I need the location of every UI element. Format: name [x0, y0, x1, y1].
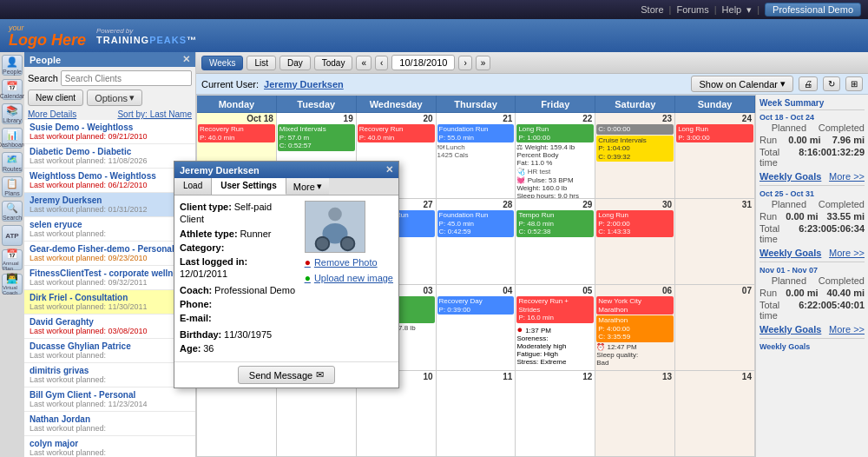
weekly-goals-2[interactable]: Weekly Goals [760, 248, 821, 258]
workout-recovery-run-2[interactable]: Recovery RunP: 40.0 min [358, 124, 435, 142]
workout-nyc-marathon[interactable]: New York CityMarathon [596, 296, 674, 315]
cal-cell-nov14[interactable]: 14 [675, 371, 755, 457]
workout-marathon[interactable]: MarathonP: 4:00:00C: 3:35:59 [596, 315, 674, 342]
day-header-saturday: Saturday [595, 96, 675, 113]
more-link-1[interactable]: More >> [829, 171, 865, 182]
cal-cell-oct31[interactable]: 31 [675, 199, 755, 285]
fast-back-button[interactable]: « [356, 56, 372, 70]
cal-cell-nov11[interactable]: 11 [437, 371, 516, 457]
new-client-button[interactable]: New client [28, 89, 83, 106]
client-list-item[interactable]: Susie Demo - WeightlossLast workout plan… [24, 120, 195, 144]
more-link-3[interactable]: More >> [829, 324, 865, 334]
forums-link[interactable]: Forums [676, 4, 708, 15]
client-list-item[interactable]: Gear-demo Fisher-demo - Personal ...Last… [24, 242, 195, 266]
client-list-item[interactable]: dimitris grivasLast workout planned: [24, 363, 195, 387]
modal-tab-user-settings[interactable]: User Settings [212, 178, 286, 195]
client-list-item[interactable]: selen eryuceLast workout planned: [24, 217, 195, 242]
options-button[interactable]: Options ▾ [87, 89, 142, 106]
sidebar-item-dashboard[interactable]: 📊 Dashboard [2, 128, 23, 149]
professional-demo-button[interactable]: Professional Demo [765, 3, 861, 17]
client-list-item[interactable]: Ducasse Ghylian PatriceLast workout plan… [24, 339, 195, 363]
remove-photo-button[interactable]: ● Remove Photo [305, 256, 393, 268]
client-list-item[interactable]: Nathan JordanLast workout planned: [24, 412, 195, 436]
workout-recovery-run-1[interactable]: Recovery RunP: 40.0 min [198, 124, 275, 142]
workout-long-run-2[interactable]: Long RunP: 3:00:00 [676, 124, 753, 142]
send-message-icon: ✉ [316, 369, 324, 381]
today-button[interactable]: Today [314, 56, 353, 70]
cal-cell-oct22[interactable]: 22 Long RunP: 1:00:00 ⚖ Weight: 159.4 lb… [516, 113, 595, 199]
weekly-goals-3[interactable]: Weekly Goals [760, 324, 821, 334]
cal-cell-oct28[interactable]: 28 Foundation RunP: 45.0 minC: 0:42:59 [437, 199, 516, 285]
workout-c-0[interactable]: C: 0:00:00 [596, 124, 674, 135]
workout-foundation-run-1[interactable]: Foundation RunP: 55.0 min [437, 124, 515, 142]
store-link[interactable]: Store [641, 4, 663, 15]
client-list-item[interactable]: Weightloss Demo - WeightlossLast workout… [24, 169, 195, 193]
weeks-button[interactable]: Weeks [201, 56, 243, 70]
workout-recovery-day[interactable]: Recovery DayP: 0:39:00 [437, 296, 515, 315]
client-list-item[interactable]: Diabetic Demo - DiabeticLast workout pla… [24, 144, 195, 169]
cal-cell-oct30[interactable]: 30 Long RunP: 2:00:00C: 1:43:33 [595, 199, 675, 285]
client-list-item[interactable]: colyn majorLast workout planned: [24, 436, 195, 457]
workout-mixed-intervals[interactable]: Mixed IntervalsP: 57.0 mC: 0:52:57 [278, 124, 355, 151]
sidebar-item-people[interactable]: 👤 People [2, 55, 23, 76]
weekly-goals-1[interactable]: Weekly Goals [760, 171, 821, 182]
workout-long-run-1[interactable]: Long RunP: 1:00:00 [516, 124, 594, 142]
send-message-button[interactable]: Send Message ✉ [238, 366, 335, 384]
more-link-2[interactable]: More >> [829, 248, 865, 258]
sidebar: 👤 People 📅 Calendar 📚 Library 📊 Dashboar… [0, 52, 196, 457]
fast-forward-button[interactable]: » [476, 56, 491, 70]
cal-cell-nov7[interactable]: 07 [675, 285, 755, 371]
modal-tab-load[interactable]: Load [174, 178, 212, 195]
cal-cell-nov12[interactable]: 12 [516, 371, 595, 457]
grid-view-button[interactable]: ⊞ [845, 76, 863, 91]
sidebar-item-library[interactable]: 📚 Library [2, 103, 23, 124]
cal-cell-oct23[interactable]: 23 C: 0:00:00 Cruise IntervalsP: 1:04:00… [595, 113, 675, 199]
workout-cruise-intervals[interactable]: Cruise IntervalsP: 1:04:00C: 0:39:32 [596, 136, 674, 162]
sidebar-item-annual-plan[interactable]: 📅 Annual Plan [2, 249, 23, 270]
client-list-item[interactable]: Bill Gym Client - PersonalLast workout p… [24, 387, 195, 412]
cal-cell-oct24[interactable]: 24 Long RunP: 3:00:00 [675, 113, 755, 199]
client-list: Susie Demo - WeightlossLast workout plan… [24, 120, 195, 457]
cal-cell-oct29[interactable]: 29 Tempo RunP: 48.0 minC: 0:52:38 [516, 199, 595, 285]
client-list-item[interactable]: Dirk Friel - ConsultationLast workout pl… [24, 290, 195, 315]
client-list-item[interactable]: Jeremy DuerksenLast workout planned: 01/… [24, 193, 195, 217]
date-display[interactable]: 10/18/2010 [391, 55, 455, 70]
modal-tab-more[interactable]: More ▾ [286, 178, 329, 195]
cal-cell-nov4[interactable]: 04 Recovery DayP: 0:39:00 [437, 285, 516, 371]
logo-main: Logo Here [9, 32, 86, 48]
client-list-item[interactable]: David GeraghtyLast workout planned: 03/0… [24, 315, 195, 339]
cal-cell-nov5[interactable]: 05 Recovery Run +StridesP: 16.0 min ● 1:… [516, 285, 595, 371]
sidebar-item-plans[interactable]: 📋 Plans [2, 176, 23, 197]
close-icon[interactable]: ✕ [182, 54, 190, 65]
svg-point-4 [340, 237, 354, 251]
modal-close-icon[interactable]: ✕ [385, 164, 393, 176]
search-input[interactable] [61, 70, 192, 86]
sort-by-link[interactable]: Sort by: Last Name [117, 109, 192, 119]
cal-cell-nov6[interactable]: 06 New York CityMarathon MarathonP: 4:00… [595, 285, 675, 371]
workout-tempo-run-1[interactable]: Tempo RunP: 48.0 minC: 0:52:38 [516, 210, 594, 237]
refresh-button[interactable]: ↻ [823, 76, 840, 91]
workout-long-run-3[interactable]: Long RunP: 2:00:00C: 1:43:33 [596, 210, 674, 237]
sidebar-item-calendar[interactable]: 📅 Calendar [2, 79, 23, 100]
client-list-item[interactable]: FitnessClientTest - corporate wellnessLa… [24, 266, 195, 290]
main-layout: 👤 People 📅 Calendar 📚 Library 📊 Dashboar… [0, 52, 868, 457]
help-dropdown-icon[interactable]: ▾ [746, 4, 752, 16]
workout-recovery-strides[interactable]: Recovery Run +StridesP: 16.0 min [516, 296, 594, 323]
upload-photo-button[interactable]: ● Upload new image [305, 272, 393, 284]
sidebar-item-routes[interactable]: 🗺️ Routes [2, 152, 23, 173]
workout-foundation-run-3[interactable]: Foundation RunP: 45.0 minC: 0:42:59 [437, 210, 515, 237]
forward-button[interactable]: › [458, 56, 471, 70]
help-link[interactable]: Help [722, 4, 742, 15]
day-button[interactable]: Day [279, 56, 311, 70]
back-button[interactable]: ‹ [375, 56, 388, 70]
more-details-link[interactable]: More Details [28, 109, 76, 119]
modal-footer: Send Message ✉ [174, 361, 398, 387]
sidebar-item-atp[interactable]: ATP [2, 225, 23, 246]
sidebar-item-search[interactable]: 🔍 Search [2, 201, 23, 222]
print-button[interactable]: 🖨 [799, 76, 818, 91]
sidebar-item-virtual-coach[interactable]: 👨‍💻 Virtual Coach [2, 274, 23, 295]
cal-cell-oct21[interactable]: 21 Foundation RunP: 55.0 min 🍽 Lunch1425… [437, 113, 516, 199]
list-button[interactable]: List [247, 56, 276, 70]
show-on-calendar-button[interactable]: Show on Calendar ▾ [691, 76, 793, 92]
cal-cell-nov13[interactable]: 13 [595, 371, 675, 457]
